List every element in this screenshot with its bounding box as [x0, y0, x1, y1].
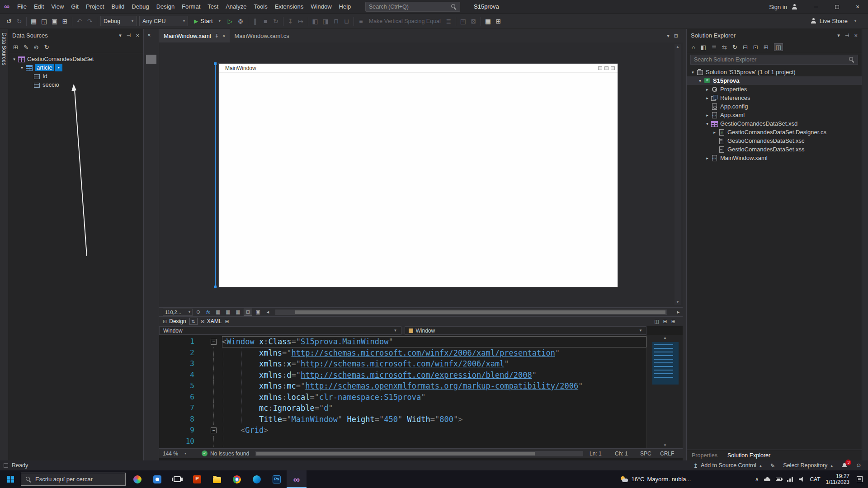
tree-item-gestiocomandesdataset-designer-cs[interactable]: ▸GestioComandesDataSet.Designer.cs	[687, 128, 862, 136]
element-breadcrumb-right[interactable]: Window ▼	[405, 326, 647, 335]
quick-search-box[interactable]: Search (Ctrl+Q)	[365, 2, 460, 12]
xaml-tab[interactable]: ⊠ XAML	[201, 318, 222, 324]
chevron-expanded-icon[interactable]: ▾	[704, 122, 711, 126]
home-icon[interactable]: ⌂	[692, 44, 695, 51]
window-position-menu-icon[interactable]: ▾	[837, 33, 840, 38]
tree-item-gestiocomandesdataset-xsd[interactable]: ▾GestioComandesDataSet.xsd	[687, 119, 862, 128]
xaml-code-editor[interactable]: 1−<Window x:Class="S15prova.MainWindow"2…	[159, 335, 646, 448]
designer-vertical-scrollbar[interactable]: ▲ ▼	[675, 44, 681, 305]
resize-handle[interactable]	[214, 286, 217, 288]
active-files-dropdown-icon[interactable]: ▾	[667, 33, 670, 39]
code-line[interactable]: 1−<Window x:Class="S15prova.MainWindow"	[159, 336, 646, 347]
fold-toggle-icon[interactable]: −	[211, 339, 217, 345]
notification-center-button[interactable]	[857, 476, 863, 482]
code-line[interactable]: 6 xmlns:local="clr-namespace:S15prova"	[159, 392, 646, 403]
menu-tools[interactable]: Tools	[250, 0, 271, 14]
tree-item-gestiocomandesdataset[interactable]: ▾GestioComandesDataSet	[8, 55, 143, 63]
edit-dataset-icon[interactable]: ✎	[24, 44, 28, 51]
menu-test[interactable]: Test	[204, 0, 222, 14]
solution-platforms-combo[interactable]: Any CPU▾	[139, 16, 188, 26]
collapse-all-icon[interactable]: ⊟	[743, 44, 748, 51]
menu-window[interactable]: Window	[307, 0, 335, 14]
make-vertical-spacing-equal-icon[interactable]: ≣	[443, 16, 454, 27]
refresh-icon[interactable]: ↻	[732, 44, 737, 51]
column-indicator[interactable]: Ch: 1	[615, 450, 640, 457]
show-annotations-icon[interactable]: ▣	[254, 309, 262, 316]
editor-zoom-combo[interactable]: 144 % ▾	[163, 450, 195, 457]
performance-profiler-icon[interactable]: ⊚	[236, 16, 246, 27]
scrollbar-thumb[interactable]	[295, 310, 665, 314]
scroll-left-arrow[interactable]: ◂	[264, 309, 272, 316]
code-line[interactable]: 3 xmlns:x="http://schemas.microsoft.com/…	[159, 358, 646, 370]
taskbar-button-palette[interactable]	[127, 470, 147, 488]
switch-views-icon[interactable]: ◧	[701, 44, 706, 51]
pending-changes-filter-icon[interactable]: ≣	[712, 44, 717, 51]
scrollbar-map[interactable]: ▲ ▼	[646, 335, 683, 448]
solution-configurations-combo[interactable]: Debug▾	[100, 16, 137, 26]
language-indicator[interactable]: CAT	[810, 476, 820, 483]
feedback-icon[interactable]: ☺	[856, 462, 862, 469]
tree-item-properties[interactable]: ▸Properties	[687, 85, 862, 94]
code-line[interactable]: 9− <Grid>	[159, 425, 646, 436]
save-icon[interactable]: ▣	[49, 16, 60, 27]
break-all-icon[interactable]: ∥	[250, 16, 260, 27]
user-avatar-icon[interactable]	[792, 4, 797, 10]
tree-item-mainwindow-xaml[interactable]: ▸MainWindow.xaml	[687, 154, 862, 162]
configure-dataset-icon[interactable]: ⊚	[34, 44, 39, 51]
notifications-button[interactable]: 3	[841, 462, 848, 469]
popout-icon[interactable]: ⊞	[225, 319, 229, 324]
tree-item-app-config[interactable]: App.config	[687, 102, 862, 111]
volume-icon[interactable]	[799, 477, 804, 482]
taskbar-button-edge[interactable]	[247, 470, 267, 488]
live-share-button[interactable]: Live Share ▾	[811, 18, 868, 24]
taskbar-button-blueapp[interactable]	[147, 470, 167, 488]
snap-to-grid-icon[interactable]: ⊞	[493, 16, 504, 27]
maximize-button[interactable]	[826, 0, 847, 14]
show-grid-icon[interactable]: ▦	[214, 309, 222, 316]
step-into-icon[interactable]: ↧	[285, 16, 296, 27]
close-icon[interactable]: ×	[222, 33, 225, 38]
snap-grid-icon[interactable]: ▦	[224, 309, 232, 316]
tool-tab-properties[interactable]: Properties	[687, 452, 722, 459]
menu-format[interactable]: Format	[178, 0, 204, 14]
nav-backward-icon[interactable]: ↺	[4, 16, 14, 27]
auto-hide-pin-icon[interactable]: ⊣	[127, 33, 131, 38]
element-breadcrumb-left[interactable]: Window ▼	[159, 326, 401, 335]
design-tab[interactable]: ⊡ Design	[163, 318, 186, 324]
add-data-source-icon[interactable]: ⊞	[13, 44, 18, 51]
snaplines-toggle-icon[interactable]: ⊞	[244, 309, 252, 316]
chevron-expanded-icon[interactable]: ▾	[19, 66, 25, 70]
chevron-collapsed-icon[interactable]: ▸	[704, 156, 711, 160]
properties-icon[interactable]: ⊞	[764, 44, 769, 51]
taskbar-button-office[interactable]	[187, 470, 207, 488]
weather-widget[interactable]: 16°C Mayorm. nubla...	[620, 476, 691, 483]
menu-extensions[interactable]: Extensions	[271, 0, 307, 14]
align-right-edges-icon[interactable]: ◨	[321, 16, 331, 27]
minimize-button[interactable]	[806, 0, 826, 14]
chevron-expanded-icon[interactable]: ▾	[697, 79, 703, 83]
taskbar-search-box[interactable]: Escriu aquí per cercar	[21, 473, 126, 486]
scrollbar-thumb[interactable]	[256, 452, 535, 455]
tree-item-id[interactable]: Id	[8, 72, 143, 80]
code-line[interactable]: 7 mc:Ignorable="d"	[159, 403, 646, 414]
tree-item-gestiocomandesdataset-xsc[interactable]: GestioComandesDataSet.xsc	[687, 136, 862, 145]
close-panel-icon[interactable]: ×	[854, 32, 858, 39]
tree-item-article[interactable]: ▾article▾	[8, 63, 143, 72]
lock-layout-icon[interactable]: ⊠	[468, 16, 479, 27]
start-debugging-button[interactable]: ▶Start▾	[190, 16, 224, 27]
scroll-down-arrow[interactable]: ▼	[647, 443, 683, 447]
align-top-edges-icon[interactable]: ⊓	[331, 16, 341, 27]
show-all-files-icon[interactable]: ⊡	[753, 44, 758, 51]
tab-mainwindow-xaml-cs[interactable]: MainWindow.xaml.cs	[230, 29, 293, 42]
field-dropdown-button[interactable]: ▾	[55, 64, 62, 71]
solution-explorer-search-box[interactable]: Search Solution Explorer	[690, 55, 858, 65]
code-line[interactable]: 5 xmlns:mc="http://schemas.openxmlformat…	[159, 380, 646, 392]
sign-in-link[interactable]: Sign in	[769, 4, 787, 10]
step-over-icon[interactable]: ↦	[296, 16, 306, 27]
align-bottom-edges-icon[interactable]: ⊔	[341, 16, 352, 27]
vertical-split-icon[interactable]: ◫	[654, 319, 659, 324]
taskbar-button-taskview[interactable]	[167, 470, 187, 488]
chevron-expanded-icon[interactable]: ▾	[689, 70, 696, 75]
menu-view[interactable]: View	[47, 0, 67, 14]
taskbar-button-vs[interactable]: ∞	[287, 470, 307, 488]
